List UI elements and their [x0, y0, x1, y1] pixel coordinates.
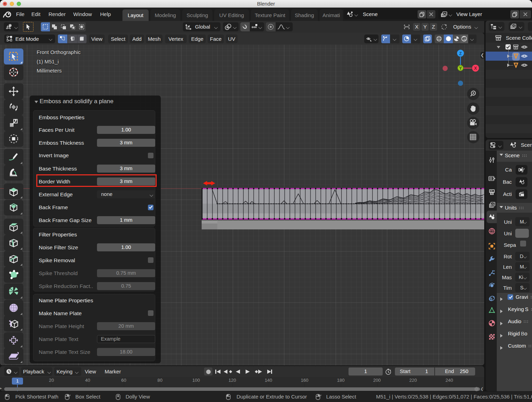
svg-text:Y: Y [459, 66, 462, 71]
svg-text:Z: Z [459, 51, 462, 56]
svg-text:X: X [474, 66, 477, 71]
